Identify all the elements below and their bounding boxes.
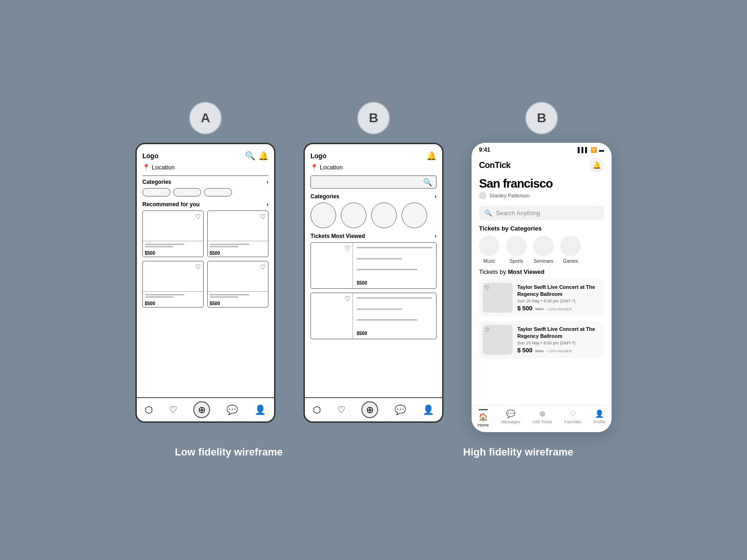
- lo-b-search[interactable]: 🔍: [310, 175, 437, 189]
- lo-a-pill-1[interactable]: [142, 188, 170, 196]
- lo-b-most-viewed-arrow[interactable]: ›: [435, 233, 437, 239]
- hi-search-icon: 🔍: [485, 210, 492, 217]
- hi-ticket-price-1: $ 500 $550 • 10% HIGHER: [517, 305, 600, 312]
- lo-a-heart-3[interactable]: ♡: [195, 263, 201, 271]
- label-a: A: [189, 102, 222, 134]
- hi-nav-profile-icon: 👤: [595, 409, 604, 418]
- lo-a-nav-add[interactable]: ⊕: [193, 401, 210, 418]
- lo-b-nav-add[interactable]: ⊕: [361, 401, 378, 418]
- lo-a-nav-home[interactable]: ⬡: [145, 404, 153, 415]
- lo-b-categories-label: Categories: [310, 193, 339, 200]
- hi-ticket-info-1: Taylor Swift Live Concert at The Regency…: [517, 284, 600, 312]
- hi-nav-favorites[interactable]: ♡ Favorites: [564, 409, 581, 427]
- lo-a-card-2[interactable]: ♡ $500: [207, 210, 268, 257]
- notification-icon[interactable]: 🔔: [258, 151, 268, 161]
- lo-a-grid-top: ♡ $500 ♡: [142, 210, 268, 257]
- label-b-hi: B: [525, 102, 558, 134]
- lo-a-heart-4[interactable]: ♡: [260, 263, 266, 271]
- phone-hi: 9:41 ▌▌▌ 🛜 ▬ ConTick 🔔 San francisco: [472, 143, 612, 432]
- hi-nav-profile[interactable]: 👤 Profile: [593, 409, 606, 427]
- hi-cat-games[interactable]: Games: [560, 236, 581, 264]
- lo-a-price-4: $500: [208, 300, 268, 307]
- hi-cat-games-circle: [560, 236, 581, 256]
- lo-a-pill-2[interactable]: [173, 188, 201, 196]
- lo-b-location-icon: 📍: [310, 164, 318, 171]
- hi-categories: Music Sports Seminars Games: [472, 236, 612, 268]
- hi-cat-sports-circle: [506, 236, 527, 256]
- lo-a-price-2: $500: [208, 250, 268, 257]
- lo-b-circle-4[interactable]: [402, 203, 427, 228]
- lo-a-logo: Logo: [142, 152, 158, 160]
- hi-search-bar[interactable]: 🔍 Search Anything: [479, 206, 604, 220]
- lo-a-nav-profile[interactable]: 👤: [254, 404, 266, 415]
- lo-a-recommended-arrow[interactable]: ›: [267, 201, 268, 208]
- hi-ticket-info-2: Taylor Swift Live Concert at The Regency…: [517, 326, 600, 354]
- hi-bell-button[interactable]: 🔔: [589, 158, 604, 173]
- hi-cat-sports[interactable]: Sports: [506, 236, 527, 264]
- hi-ticket-heart-2[interactable]: ♡: [485, 327, 490, 333]
- lo-b-icons: 🔔: [426, 151, 437, 161]
- hi-ticket-img-1: ♡: [483, 283, 513, 313]
- lo-b-nav-favorites[interactable]: ♡: [337, 404, 345, 415]
- lo-b-nav-home[interactable]: ⬡: [313, 404, 321, 415]
- main-container: A Logo 🔍 🔔 📍 Location Categori: [0, 83, 747, 477]
- hi-brand: ConTick: [479, 161, 510, 170]
- lo-a-categories-label: Categories: [142, 179, 171, 185]
- hi-nav-messages[interactable]: 💬 Messages: [501, 409, 520, 427]
- caption-lo: Low fidelity wireframe: [84, 446, 374, 458]
- signal-icon: ▌▌▌: [578, 147, 589, 153]
- hi-most-viewed-bold: Most Viewed: [508, 268, 545, 275]
- wireframes-row: A Logo 🔍 🔔 📍 Location Categori: [9, 102, 738, 432]
- lo-a-pill-3[interactable]: [204, 188, 232, 196]
- hi-cat-seminars[interactable]: Seminars: [533, 236, 554, 264]
- hi-cat-games-label: Games: [563, 259, 578, 264]
- hi-nav-home-label: Home: [478, 423, 489, 427]
- lo-b-navbar: ⬡ ♡ ⊕ 💬 👤: [305, 397, 442, 421]
- lo-b-nav-profile[interactable]: 👤: [423, 404, 434, 415]
- phone-lo-a: Logo 🔍 🔔 📍 Location Categories ›: [135, 143, 275, 423]
- hi-nav-home[interactable]: 🏠 Home: [478, 409, 489, 427]
- hi-user-avatar: [479, 192, 486, 199]
- lo-b-heart-1[interactable]: ♡: [345, 245, 351, 252]
- hi-ticket-title-1: Taylor Swift Live Concert at The Regency…: [517, 284, 600, 297]
- hi-status-bar: 9:41 ▌▌▌ 🛜 ▬: [472, 143, 612, 155]
- lo-a-icons: 🔍 🔔: [245, 151, 268, 161]
- lo-a-card-3[interactable]: ♡ $500: [142, 261, 204, 308]
- hi-nav-favorites-icon: ♡: [570, 409, 576, 418]
- hi-nav-messages-icon: 💬: [506, 409, 515, 418]
- search-icon[interactable]: 🔍: [245, 151, 255, 161]
- location-icon: 📍: [142, 164, 150, 171]
- section-a: A Logo 🔍 🔔 📍 Location Categori: [135, 102, 275, 423]
- label-b-lo: B: [357, 102, 390, 134]
- lo-b-notification-icon[interactable]: 🔔: [426, 151, 437, 161]
- lo-b-heart-2[interactable]: ♡: [345, 295, 351, 302]
- lo-a-heart-1[interactable]: ♡: [195, 213, 201, 220]
- phone-lo-b: Logo 🔔 📍 Location 🔍 Categories ›: [303, 143, 444, 423]
- lo-b-categories-arrow[interactable]: ›: [435, 193, 437, 200]
- lo-b-nav-messages[interactable]: 💬: [395, 404, 406, 415]
- lo-b-circle-2[interactable]: [341, 203, 366, 228]
- hi-bottom-nav: 🏠 Home 💬 Messages ⊕ Add Ticket ♡ Favorit…: [472, 405, 612, 432]
- hi-most-viewed-title: Tickets by Most Viewed: [472, 268, 612, 279]
- bell-icon: 🔔: [592, 161, 601, 169]
- lo-b-card-1[interactable]: ♡ $500: [310, 242, 437, 289]
- lo-a-nav-messages[interactable]: 💬: [226, 404, 238, 415]
- lo-a-location: 📍 Location: [142, 164, 268, 171]
- lo-a-heart-2[interactable]: ♡: [260, 213, 266, 220]
- lo-a-nav-favorites[interactable]: ♡: [169, 404, 177, 415]
- lo-b-circle-1[interactable]: [310, 203, 336, 228]
- hi-time: 9:41: [479, 147, 490, 153]
- hi-ticket-card-2[interactable]: ♡ Taylor Swift Live Concert at The Regen…: [479, 321, 604, 358]
- lo-b-circle-3[interactable]: [371, 203, 397, 228]
- section-b-lo: B Logo 🔔 📍 Location 🔍: [303, 102, 444, 423]
- lo-a-categories-arrow[interactable]: ›: [267, 179, 268, 185]
- lo-a-grid-bottom: ♡ $500 ♡: [142, 261, 268, 308]
- hi-nav-add-ticket[interactable]: ⊕ Add Ticket: [532, 409, 552, 427]
- lo-b-card-2[interactable]: ♡ $500: [310, 293, 437, 339]
- hi-ticket-heart-1[interactable]: ♡: [485, 285, 490, 291]
- hi-cat-music[interactable]: Music: [479, 236, 500, 264]
- hi-ticket-date-1: Sun 15 May • 8:00 pm (GMT-7): [517, 299, 600, 303]
- hi-ticket-card-1[interactable]: ♡ Taylor Swift Live Concert at The Regen…: [479, 279, 604, 316]
- lo-a-card-1[interactable]: ♡ $500: [142, 210, 204, 257]
- lo-a-card-4[interactable]: ♡ $500: [207, 261, 268, 308]
